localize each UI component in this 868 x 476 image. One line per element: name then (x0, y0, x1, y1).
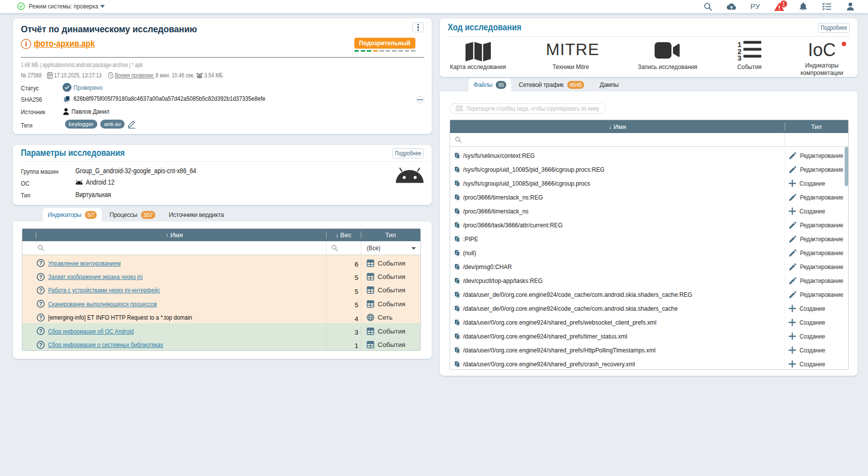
svg-text:?: ? (39, 315, 43, 321)
svg-text:3: 3 (737, 54, 741, 61)
svg-text:?: ? (39, 274, 43, 280)
svg-text:i: i (25, 40, 27, 48)
svg-text:?: ? (39, 328, 43, 334)
svg-text:?: ? (39, 287, 43, 293)
svg-text:?: ? (39, 301, 43, 307)
svg-text:?: ? (39, 260, 43, 266)
svg-text:?: ? (39, 341, 43, 347)
